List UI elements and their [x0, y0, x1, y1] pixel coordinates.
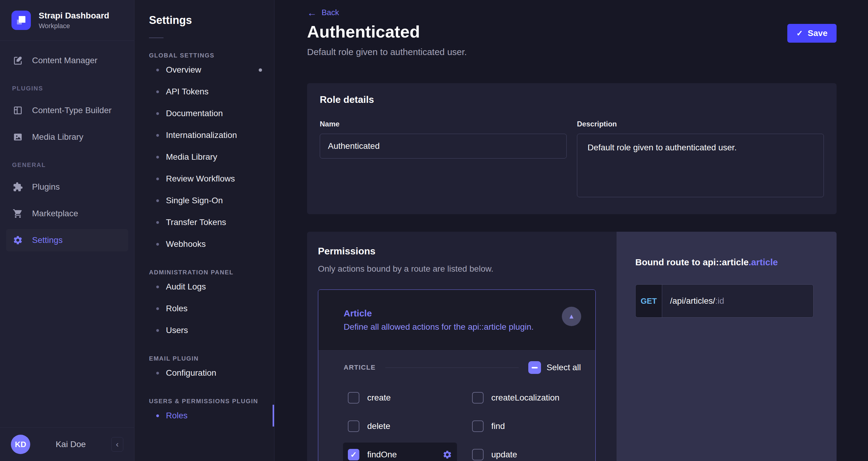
pen-icon — [13, 55, 23, 66]
subnav-item-global-settings-overview[interactable]: Overview — [134, 59, 274, 81]
subnav-item-global-settings-documentation[interactable]: Documentation — [134, 103, 274, 124]
subnav-item-users-permissions-plugin-roles[interactable]: Roles — [134, 405, 274, 427]
checkbox-findone[interactable]: ✓ — [348, 449, 359, 460]
permissions-title: Permissions — [318, 246, 617, 257]
bullet-icon — [156, 90, 159, 93]
checkbox-delete[interactable] — [348, 421, 359, 432]
settings-subnav: Settings GLOBAL SETTINGSOverviewAPI Toke… — [134, 0, 274, 461]
subnav-item-global-settings-internationalization[interactable]: Internationalization — [134, 124, 274, 146]
permission-row-findone[interactable]: ✓findOne — [343, 442, 457, 461]
settings-gear-icon[interactable] — [442, 450, 452, 460]
save-button[interactable]: ✓ Save — [787, 24, 837, 42]
permission-label: find — [491, 421, 505, 431]
bullet-icon — [156, 134, 159, 137]
bullet-icon — [156, 178, 159, 180]
checkbox-update[interactable] — [472, 449, 484, 460]
save-label: Save — [808, 28, 828, 38]
accordion-title: Article — [344, 308, 595, 319]
sidebar-item-plugins[interactable]: Plugins — [6, 176, 128, 198]
sidebar-item-content-type-builder[interactable]: Content-Type Builder — [6, 99, 128, 122]
permission-row-createlocalization[interactable]: createLocalization — [467, 386, 581, 410]
bullet-icon — [156, 156, 159, 159]
actions-grid: createcreateLocalizationdeletefind✓findO… — [343, 386, 581, 461]
permission-row-find[interactable]: find — [467, 414, 581, 438]
main-sidebar: Strapi Dashboard Workplace Content Manag… — [0, 0, 134, 461]
workspace-info: Strapi Dashboard Workplace — [39, 10, 109, 30]
checkbox-createlocalization[interactable] — [472, 392, 484, 404]
name-label: Name — [320, 120, 567, 128]
group-divider — [385, 368, 519, 368]
subnav-item-administration-panel-audit-logs[interactable]: Audit Logs — [134, 276, 274, 298]
bullet-icon — [156, 112, 159, 115]
strapi-logo-icon — [11, 10, 31, 30]
checkbox-create[interactable] — [348, 392, 359, 404]
article-group-label: ARTICLE — [344, 364, 376, 371]
image-icon — [13, 132, 23, 142]
checkbox-find[interactable] — [472, 421, 484, 432]
subnav-item-label: Webhooks — [166, 239, 206, 249]
accordion-toggle-button[interactable]: ▲ — [562, 307, 581, 326]
subnav-section-label: ADMINISTRATION PANEL — [149, 269, 259, 276]
subnav-item-administration-panel-roles[interactable]: Roles — [134, 298, 274, 319]
permission-label: createLocalization — [491, 393, 560, 403]
subnav-item-global-settings-review-workflows[interactable]: Review Workflows — [134, 168, 274, 190]
sidebar-item-label: Marketplace — [32, 209, 78, 219]
permission-row-delete[interactable]: delete — [343, 414, 457, 438]
select-all-control[interactable]: Select all — [528, 361, 581, 374]
bullet-icon — [156, 69, 159, 71]
route-path: /api/articles/:id — [662, 285, 813, 317]
collapse-sidebar-button[interactable]: ‹ — [111, 437, 123, 452]
avatar[interactable]: KD — [11, 435, 30, 454]
subnav-item-label: Users — [166, 325, 188, 335]
subnav-section-global-settings: GLOBAL SETTINGSOverviewAPI TokensDocumen… — [134, 52, 274, 255]
active-indicator — [273, 405, 274, 427]
subnav-item-email-plugin-configuration[interactable]: Configuration — [134, 362, 274, 384]
name-input[interactable] — [320, 134, 567, 159]
subnav-item-label: Overview — [166, 65, 201, 75]
permission-row-update[interactable]: update — [467, 442, 581, 461]
subnav-item-global-settings-api-tokens[interactable]: API Tokens — [134, 81, 274, 103]
description-textarea[interactable]: Default role given to authenticated user… — [577, 134, 824, 197]
route-box: GET /api/articles/:id — [635, 284, 814, 318]
subnav-item-label: Transfer Tokens — [166, 218, 226, 227]
sidebar-item-content-manager[interactable]: Content Manager — [6, 49, 128, 72]
route-method-badge: GET — [636, 285, 662, 317]
check-icon: ✓ — [796, 29, 803, 38]
bound-route-prefix: Bound route to — [635, 257, 703, 267]
sidebar-item-settings[interactable]: Settings — [6, 229, 128, 251]
subnav-section-administration-panel: ADMINISTRATION PANELAudit LogsRolesUsers — [134, 269, 274, 341]
gear-icon — [13, 235, 23, 245]
sidebar-item-label: Content-Type Builder — [32, 106, 112, 115]
main-nav-list: Content ManagerPLUGINSContent-Type Build… — [0, 41, 134, 427]
sidebar-item-marketplace[interactable]: Marketplace — [6, 202, 128, 225]
subnav-item-global-settings-single-sign-on[interactable]: Single Sign-On — [134, 190, 274, 211]
permission-label: update — [491, 450, 518, 460]
subnav-item-global-settings-webhooks[interactable]: Webhooks — [134, 233, 274, 255]
subnav-item-global-settings-media-library[interactable]: Media Library — [134, 146, 274, 168]
sidebar-item-label: Content Manager — [32, 56, 97, 65]
sidebar-item-media-library[interactable]: Media Library — [6, 126, 128, 148]
role-details-fields: Name Description Default role given to a… — [320, 120, 824, 198]
permissions-card: Permissions Only actions bound by a rout… — [307, 232, 617, 461]
back-link[interactable]: ← Back — [307, 8, 339, 17]
permission-label: create — [367, 393, 391, 403]
article-accordion: Article Define all allowed actions for t… — [318, 289, 596, 461]
subnav-item-label: Audit Logs — [166, 282, 206, 292]
permission-row-create[interactable]: create — [343, 386, 457, 410]
page-title: Authenticated — [307, 22, 420, 41]
subnav-section-label: GLOBAL SETTINGS — [149, 52, 259, 59]
subnav-item-administration-panel-users[interactable]: Users — [134, 319, 274, 341]
sidebar-item-label: Plugins — [32, 182, 60, 192]
article-group-row: ARTICLE Select all — [344, 362, 581, 374]
select-all-checkbox[interactable] — [528, 361, 541, 374]
article-accordion-header[interactable]: Article Define all allowed actions for t… — [318, 290, 595, 350]
route-path-main: /api/articles/ — [670, 296, 715, 306]
subnav-item-global-settings-transfer-tokens[interactable]: Transfer Tokens — [134, 211, 274, 233]
workspace-switcher[interactable]: Strapi Dashboard Workplace — [0, 0, 134, 41]
subnav-divider — [149, 37, 163, 38]
permissions-subtitle: Only actions bound by a route are listed… — [318, 264, 617, 274]
subnav-section-users-permissions-plugin: USERS & PERMISSIONS PLUGINRoles — [134, 398, 274, 427]
bullet-icon — [156, 199, 159, 202]
page-header: Authenticated ✓ Save — [307, 17, 837, 42]
bullet-icon — [156, 307, 159, 310]
